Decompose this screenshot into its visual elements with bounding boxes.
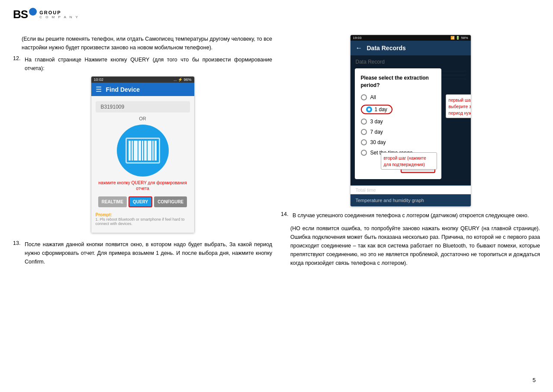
- radio-1day-circle: [366, 106, 372, 112]
- phone-status-right-left: ... ⚡ 96%: [174, 77, 192, 82]
- annotation-step2-text: второй шаг (нажмите для подтверждения): [384, 156, 426, 167]
- radio-7day-label: 7 day: [370, 129, 383, 135]
- back-arrow-icon[interactable]: ←: [356, 44, 363, 52]
- phone-status-bar-right: 19:03 📶 🔋 58%: [350, 35, 471, 41]
- phone-body-left: B3191009 OR: [91, 96, 194, 233]
- item-14-number: 14.: [281, 211, 290, 217]
- logo-group-text: GROUP: [39, 10, 79, 15]
- phone-header-right: ← Data Records: [350, 41, 471, 55]
- phone-time-right: 19:03: [353, 36, 362, 40]
- phone-header-left: ☰ Find Device: [91, 83, 194, 96]
- bar-2: [132, 141, 133, 161]
- annotation-step1: первый шаг - выберите за какой период ну…: [446, 94, 471, 118]
- radio-all-circle: [361, 94, 367, 100]
- item-12-number: 12.: [13, 55, 23, 61]
- phone-status-icons-right: 📶 🔋 58%: [450, 36, 468, 40]
- radio-1day[interactable]: 1 day: [361, 105, 435, 114]
- bar-6: [144, 141, 147, 161]
- logo-circle-icon: [29, 8, 37, 16]
- barcode-lines: [127, 139, 159, 162]
- annotation-step1-text: первый шаг - выберите за какой период ну…: [449, 98, 471, 116]
- dialog-overlay: Please select the extraction period? All: [350, 55, 471, 185]
- radio-3day-circle: [361, 119, 367, 125]
- radio-7day-circle: [361, 129, 367, 135]
- dialog-title: Please select the extraction period?: [361, 74, 435, 89]
- bar-5: [142, 141, 143, 161]
- phone-screenshot-left-wrapper: 10:02 ... ⚡ 96% ☰ Find Device B3191009 O…: [13, 76, 272, 233]
- phone-screenshot-left: 10:02 ... ⚡ 96% ☰ Find Device B3191009 O…: [91, 76, 195, 233]
- radio-3day-label: 3 day: [370, 119, 383, 125]
- phone-and-annotations: 19:03 📶 🔋 58% ← Data Records Data Record: [350, 35, 471, 207]
- bar-7: [148, 141, 151, 161]
- radio-30day-label: 30 day: [370, 139, 386, 145]
- radio-all-label: All: [370, 94, 376, 100]
- selected-option-highlight: 1 day: [361, 105, 392, 114]
- bar-4: [138, 141, 141, 161]
- phone-body-right: Data Record Please select the extractio: [350, 55, 471, 185]
- radio-3day[interactable]: 3 day: [361, 119, 435, 125]
- device-id-bar[interactable]: B3191009: [96, 101, 190, 112]
- phone-buttons: REALTIME QUERY CONFIGURE: [98, 196, 187, 207]
- data-records-title: Data Records: [367, 45, 406, 51]
- intro-text: (Если вы решите поменять телефон, или от…: [13, 35, 272, 52]
- right-column: 19:03 📶 🔋 58% ← Data Records Data Record: [281, 35, 540, 370]
- item-13-text: После нажатия данной кнопки появится окн…: [25, 240, 272, 266]
- bar-8: [152, 141, 154, 161]
- phone-screenshot-right-wrapper: 19:03 📶 🔋 58% ← Data Records Data Record: [281, 35, 540, 207]
- logo: BS GROUP C O M P A N Y: [13, 8, 79, 21]
- prompt-label: Prompt:: [96, 212, 190, 217]
- phone-screenshot-right: 19:03 📶 🔋 58% ← Data Records Data Record: [350, 35, 471, 207]
- query-button[interactable]: QUERY: [129, 196, 152, 207]
- temp-humidity-label: Temperature and humidity graph: [356, 198, 424, 203]
- total-time-row: Total time: [350, 185, 471, 194]
- prompt-text: 1. Pls reboot Bluetooth or smartphone if…: [96, 217, 190, 226]
- barcode-scanner-icon[interactable]: [117, 125, 169, 177]
- main-content: (Если вы решите поменять телефон, или от…: [13, 35, 540, 370]
- page-number: 5: [533, 377, 536, 383]
- item-12-text: На главной странице Нажмите кнопку QUERY…: [25, 55, 272, 73]
- annotation-step2: второй шаг (нажмите для подтверждения): [381, 152, 437, 170]
- phone-status-bar-left: 10:02 ... ⚡ 96%: [91, 77, 194, 83]
- logo-group: GROUP C O M P A N Y: [39, 10, 79, 19]
- radio-1day-label: 1 day: [375, 106, 387, 112]
- radio-30day[interactable]: 30 day: [361, 139, 435, 145]
- query-hint: нажмите кнопку QUERY для формирования от…: [96, 180, 190, 191]
- logo-company-text: C O M P A N Y: [39, 15, 79, 19]
- radio-7day[interactable]: 7 day: [361, 129, 435, 135]
- item-12: 12. На главной странице Нажмите кнопку Q…: [13, 55, 272, 73]
- bar-3: [134, 141, 138, 161]
- radio-timerange-circle: [361, 150, 367, 156]
- bar-1: [129, 141, 131, 161]
- or-text: OR: [139, 116, 146, 121]
- item-14-text: В случае успешного соединения телефона с…: [293, 211, 529, 220]
- left-column: (Если вы решите поменять телефон, или от…: [13, 35, 272, 370]
- phone-bottom-right: Temperature and humidity graph: [350, 194, 471, 206]
- prompt-section: Prompt: 1. Pls reboot Bluetooth or smart…: [96, 211, 190, 228]
- phone-time-left: 10:02: [94, 77, 104, 82]
- menu-icon[interactable]: ☰: [96, 85, 102, 93]
- find-device-title: Find Device: [106, 86, 140, 93]
- item-13-number: 13.: [13, 240, 23, 246]
- radio-all[interactable]: All: [361, 94, 435, 100]
- item-14-note: (НО если появится ошибка, то попробуйте …: [281, 224, 540, 267]
- radio-30day-circle: [361, 139, 367, 145]
- logo-bs-text: BS: [13, 8, 28, 21]
- bar-9: [154, 141, 157, 161]
- item-14: 14. В случае успешного соединения телефо…: [281, 211, 540, 220]
- item-13: 13. После нажатия данной кнопки появится…: [13, 240, 272, 266]
- dialog-wrapper: Please select the extraction period? All: [355, 68, 441, 179]
- barcode-inner: [125, 138, 160, 164]
- configure-button[interactable]: CONFIGURE: [154, 196, 187, 207]
- realtime-button[interactable]: REALTIME: [98, 196, 127, 207]
